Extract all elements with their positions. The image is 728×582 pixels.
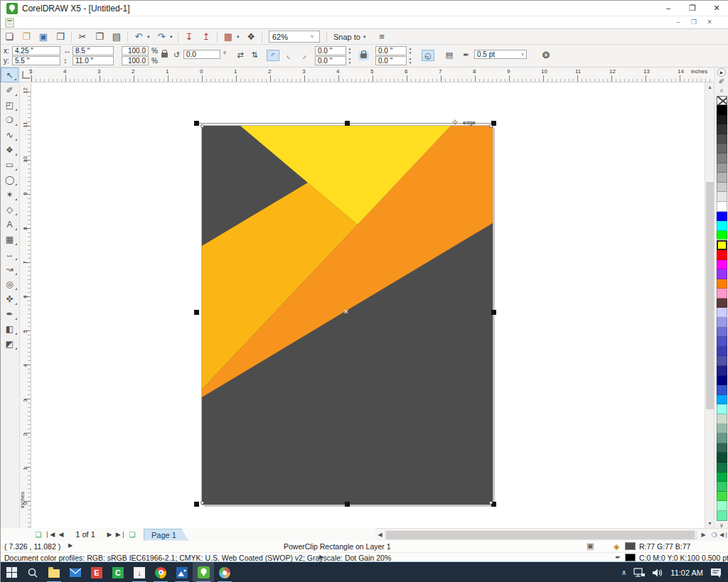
- horizontal-ruler[interactable]: 5432101234567891011121314inches: [31, 68, 713, 82]
- color-swatch-000080[interactable]: [717, 376, 727, 386]
- tool-polygon[interactable]: ✶: [1, 187, 18, 202]
- horizontal-scroll-track[interactable]: [385, 530, 697, 540]
- selection-handle-top-left[interactable]: [194, 121, 199, 126]
- doc-minimize-button[interactable]: –: [670, 17, 686, 28]
- color-swatch-99ffcc[interactable]: [717, 501, 727, 511]
- scale-x-field[interactable]: 100.0: [122, 46, 149, 55]
- show-hidden-icons-chevron[interactable]: ∧: [621, 568, 626, 576]
- color-swatch-cccccc[interactable]: [717, 183, 727, 193]
- round-corner-button[interactable]: ◜: [267, 50, 279, 61]
- object-x-field[interactable]: 4.25 ": [12, 46, 60, 55]
- corner-node[interactable]: [200, 124, 204, 128]
- color-swatch-99ffee[interactable]: [717, 404, 727, 414]
- selection-handle-bottom-left[interactable]: [194, 502, 199, 507]
- scroll-left-arrow[interactable]: ◀: [375, 530, 385, 540]
- taskbar-search-button[interactable]: [22, 562, 43, 582]
- spinner-icon[interactable]: ▴▾: [407, 46, 413, 55]
- vertical-scroll-thumb[interactable]: [706, 182, 714, 409]
- document-properties-icon[interactable]: ▣: [587, 541, 594, 551]
- color-swatch-3355cc[interactable]: [717, 385, 727, 395]
- taskbar-paint-app[interactable]: [214, 562, 235, 582]
- undo-dropdown[interactable]: ▾: [147, 34, 153, 40]
- collapse-scrollbar-arrow[interactable]: ◀❘: [719, 530, 728, 540]
- spinner-icon[interactable]: ▴▾: [407, 56, 413, 65]
- color-swatch-00aaff[interactable]: [717, 395, 727, 405]
- taskbar-file-explorer[interactable]: [43, 562, 65, 582]
- corner-radius-tr-field[interactable]: 0.0 ": [375, 46, 407, 55]
- clock[interactable]: 11:02 AM: [670, 568, 703, 577]
- horizontal-scroll-thumb[interactable]: [386, 531, 695, 539]
- scroll-right-arrow[interactable]: ▶: [699, 530, 708, 540]
- color-swatch-00ffff[interactable]: [717, 221, 727, 231]
- lock-ratio-icon[interactable]: [161, 53, 168, 58]
- color-swatch-9933ff[interactable]: [717, 269, 727, 279]
- corner-radius-tl-field[interactable]: 0.0 ": [315, 46, 346, 55]
- color-swatch-336655[interactable]: [717, 443, 727, 453]
- tool-blend[interactable]: ◎: [1, 276, 18, 291]
- color-swatch-ff00ff[interactable]: [717, 260, 727, 270]
- tool-pick[interactable]: ↖: [1, 68, 18, 82]
- welcome-screen-button[interactable]: ❖: [242, 30, 259, 44]
- previous-page-button[interactable]: ◀: [55, 531, 67, 538]
- color-swatch-3c3cb4[interactable]: [717, 347, 727, 357]
- color-swatch-9999e6[interactable]: [717, 318, 727, 328]
- corner-node[interactable]: [489, 501, 493, 505]
- restore-button[interactable]: ❐: [680, 1, 705, 16]
- mirror-vertical-button[interactable]: ⇅: [248, 50, 261, 61]
- color-swatch-808080[interactable]: [717, 153, 727, 163]
- color-swatch-0000ff[interactable]: [717, 212, 727, 222]
- tool-interactive-fill[interactable]: ◩: [1, 336, 18, 351]
- selection-handle-middle-right[interactable]: [491, 310, 496, 315]
- redo-dropdown[interactable]: ▾: [170, 34, 176, 40]
- tool-freehand[interactable]: ∿: [1, 127, 18, 142]
- color-swatch-202090[interactable]: [717, 366, 727, 376]
- taskbar-app-e[interactable]: E: [86, 562, 107, 582]
- object-y-field[interactable]: 5.5 ": [12, 56, 60, 65]
- tool-basic-shapes[interactable]: ◇: [1, 202, 18, 217]
- copy-button[interactable]: ❐: [91, 30, 108, 44]
- tool-zoom[interactable]: ❍: [1, 112, 18, 127]
- zoom-scrollbar-icon[interactable]: ❍: [710, 530, 719, 540]
- doc-restore-button[interactable]: ❐: [686, 17, 702, 28]
- add-page-button[interactable]: ❏: [33, 531, 44, 539]
- taskbar-photos[interactable]: [171, 562, 193, 582]
- color-swatch-000000[interactable]: [717, 105, 727, 115]
- color-swatch-5c3a3a[interactable]: [717, 298, 727, 308]
- wrap-text-button[interactable]: ▤: [443, 50, 456, 61]
- redo-button[interactable]: ↷: [153, 30, 170, 44]
- tool-rectangle[interactable]: ▭: [1, 157, 18, 172]
- tool-outline-pen[interactable]: ✒: [1, 306, 18, 321]
- first-page-button[interactable]: ❘◀: [44, 531, 55, 538]
- next-page-button[interactable]: ▶: [104, 531, 115, 538]
- tool-shape[interactable]: ✐: [1, 82, 18, 97]
- selection-handle-top-center[interactable]: [345, 121, 350, 126]
- color-swatch-ccddcc[interactable]: [717, 414, 727, 424]
- object-width-field[interactable]: 8.5 ": [73, 46, 114, 55]
- zoom-level-dropdown[interactable]: 62% ˅: [269, 31, 320, 43]
- mirror-horizontal-button[interactable]: ⇄: [234, 50, 247, 61]
- minimize-button[interactable]: –: [656, 1, 680, 16]
- print-button[interactable]: ❒: [52, 30, 69, 44]
- object-height-field[interactable]: 11.0 ": [73, 56, 114, 65]
- last-page-button[interactable]: ▶❘: [115, 531, 127, 538]
- tool-connector[interactable]: ↝: [1, 262, 18, 276]
- scalloped-corner-button[interactable]: ◟: [282, 50, 295, 61]
- color-swatch-4d4d4d[interactable]: [717, 134, 727, 144]
- corner-node[interactable]: [200, 501, 204, 505]
- color-swatch-ff0000[interactable]: [717, 250, 727, 260]
- options-button[interactable]: ≡: [373, 30, 390, 44]
- scale-y-field[interactable]: 100.0: [122, 56, 149, 65]
- horizontal-scrollbar[interactable]: ◀ ▶ ❍ ◀❘: [375, 528, 728, 541]
- color-swatch-5050c8[interactable]: [717, 337, 727, 347]
- open-button[interactable]: ❐: [18, 30, 35, 44]
- cut-button[interactable]: ✂: [74, 30, 91, 44]
- palette-flyout-button[interactable]: ▶: [717, 68, 726, 77]
- spinner-icon[interactable]: ▴▾: [347, 46, 353, 55]
- snap-to-dropdown[interactable]: Snap to ▾: [329, 33, 373, 41]
- tool-dimension[interactable]: ↔: [1, 247, 18, 262]
- application-launcher-button[interactable]: ▦: [220, 30, 237, 44]
- save-button[interactable]: ▣: [35, 30, 52, 44]
- profiles-expander-icon[interactable]: ▶: [319, 554, 323, 560]
- color-swatch-00ff00[interactable]: [717, 231, 727, 241]
- corner-radius-bl-field[interactable]: 0.0 ": [315, 56, 346, 65]
